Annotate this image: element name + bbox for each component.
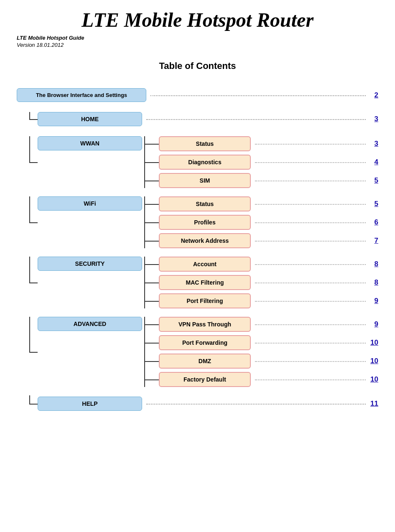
wifi-profiles-row: Profiles 6 — [159, 215, 378, 230]
security-mac-row: MAC Filtering 8 — [159, 275, 378, 290]
advanced-box[interactable]: ADVANCED — [38, 317, 142, 331]
wwan-diagnostics-row: Diagnostics 4 — [159, 155, 378, 170]
browser-interface-box[interactable]: The Browser Interface and Settings — [17, 88, 146, 102]
subtitle: LTE Mobile Hotspot Guide — [17, 35, 378, 41]
toc-entry-home: HOME 3 — [17, 112, 378, 126]
advanced-portfwd-row: Port Forwarding 10 — [159, 335, 378, 350]
advanced-factory-box[interactable]: Factory Default — [159, 372, 251, 387]
security-mac-box[interactable]: MAC Filtering — [159, 275, 251, 290]
wwan-status-row: Status 3 — [159, 136, 378, 151]
wifi-profiles-box[interactable]: Profiles — [159, 215, 251, 230]
security-port-box[interactable]: Port Filtering — [159, 293, 251, 308]
toc-entry-help: HELP 11 — [17, 395, 378, 412]
wwan-diagnostics-box[interactable]: Diagnostics — [159, 155, 251, 170]
wwan-diagnostics-page[interactable]: 4 — [370, 158, 378, 166]
security-box[interactable]: SECURITY — [38, 257, 142, 271]
main-title: LTE Mobile Hotspot Router — [17, 8, 378, 31]
toc-container: The Browser Interface and Settings 2 HOM… — [17, 84, 378, 420]
advanced-vpn-box[interactable]: VPN Pass Through — [159, 317, 251, 332]
advanced-vpn-page[interactable]: 9 — [370, 320, 378, 328]
advanced-dmz-page[interactable]: 10 — [370, 357, 378, 365]
security-port-page[interactable]: 9 — [370, 297, 378, 305]
wwan-status-page[interactable]: 3 — [370, 140, 378, 148]
advanced-portfwd-box[interactable]: Port Forwarding — [159, 335, 251, 350]
toc-title: Table of Contents — [17, 61, 378, 71]
security-port-row: Port Filtering 9 — [159, 293, 378, 308]
help-page[interactable]: 11 — [370, 400, 378, 408]
wwan-sim-box[interactable]: SIM — [159, 173, 251, 188]
advanced-dmz-row: DMZ 10 — [159, 354, 378, 369]
toc-entry-advanced: ADVANCED VPN Pass Through 9 — [17, 317, 378, 387]
security-mac-page[interactable]: 8 — [370, 278, 378, 287]
home-box[interactable]: HOME — [38, 112, 142, 126]
wifi-network-row: Network Address 7 — [159, 233, 378, 248]
wifi-network-page[interactable]: 7 — [370, 237, 378, 245]
wifi-network-box[interactable]: Network Address — [159, 233, 251, 248]
wwan-box[interactable]: WWAN — [38, 136, 142, 150]
browser-page[interactable]: 2 — [370, 91, 378, 99]
security-account-box[interactable]: Account — [159, 257, 251, 272]
wwan-sim-page[interactable]: 5 — [370, 176, 378, 185]
wifi-status-row: Status 5 — [159, 196, 378, 211]
security-account-page[interactable]: 8 — [370, 260, 378, 268]
toc-entry-wifi: WiFi Status 5 — [17, 196, 378, 248]
help-box[interactable]: HELP — [38, 397, 142, 411]
wwan-sim-row: SIM 5 — [159, 173, 378, 188]
advanced-vpn-row: VPN Pass Through 9 — [159, 317, 378, 332]
advanced-factory-page[interactable]: 10 — [370, 375, 378, 384]
wifi-status-box[interactable]: Status — [159, 196, 251, 211]
advanced-factory-row: Factory Default 10 — [159, 372, 378, 387]
toc-entry-security: SECURITY Account 8 — [17, 257, 378, 308]
toc-entry-wwan: WWAN Status 3 — [17, 136, 378, 188]
version: Version 18.01.2012 — [17, 42, 378, 48]
wifi-profiles-page[interactable]: 6 — [370, 218, 378, 227]
wwan-status-box[interactable]: Status — [159, 136, 251, 151]
wifi-status-page[interactable]: 5 — [370, 200, 378, 208]
security-account-row: Account 8 — [159, 257, 378, 272]
advanced-dmz-box[interactable]: DMZ — [159, 354, 251, 369]
toc-entry-browser: The Browser Interface and Settings 2 — [17, 88, 378, 102]
wifi-box[interactable]: WiFi — [38, 196, 142, 211]
advanced-portfwd-page[interactable]: 10 — [370, 339, 378, 347]
home-page[interactable]: 3 — [370, 115, 378, 123]
